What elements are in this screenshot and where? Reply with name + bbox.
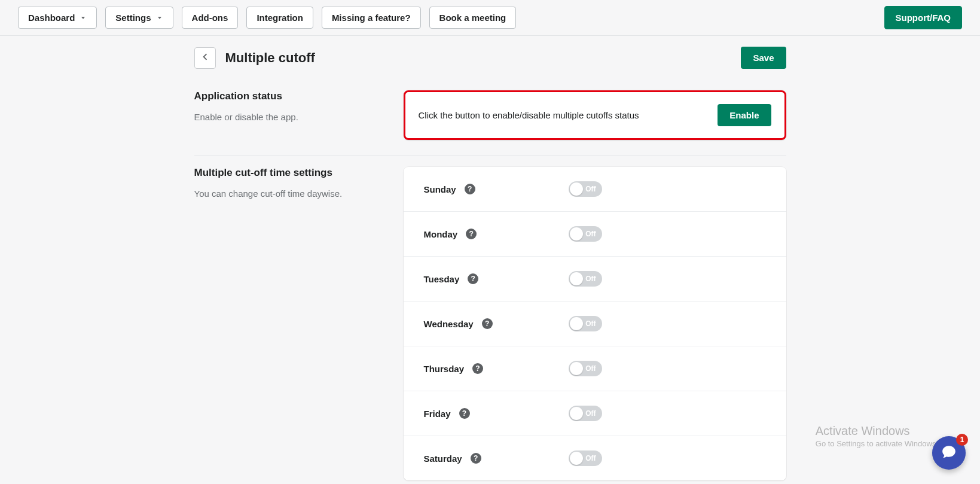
save-button[interactable]: Save (741, 47, 786, 69)
toggle-monday[interactable]: Off (569, 226, 602, 242)
nav-missing-feature[interactable]: Missing a feature? (322, 7, 421, 29)
windows-activation-watermark: Activate Windows Go to Settings to activ… (816, 424, 938, 448)
toggle-off-label: Off (585, 275, 596, 283)
back-button[interactable] (194, 47, 216, 69)
toggle-knob (570, 272, 583, 285)
section-application-status: Application status Enable or disable the… (194, 80, 786, 151)
help-icon[interactable]: ? (466, 229, 477, 239)
section-cutoff-settings: Multiple cut-off time settings You can c… (194, 156, 786, 484)
watermark-line2: Go to Settings to activate Windows. (816, 439, 938, 448)
day-row-friday: Friday ? Off (404, 391, 786, 436)
nav-settings[interactable]: Settings (105, 7, 173, 29)
arrow-left-icon (200, 51, 210, 64)
toggle-wednesday[interactable]: Off (569, 316, 602, 331)
day-row-monday: Monday ? Off (404, 212, 786, 257)
day-row-saturday: Saturday ? Off (404, 436, 786, 480)
day-label: Wednesday (424, 319, 474, 329)
help-icon[interactable]: ? (472, 363, 483, 374)
day-label: Friday (424, 409, 451, 419)
day-label: Tuesday (424, 274, 460, 284)
nav-settings-label: Settings (115, 13, 151, 23)
toggle-off-label: Off (585, 364, 596, 373)
cutoff-heading: Multiple cut-off time settings (194, 167, 392, 179)
toggle-knob (570, 317, 583, 330)
help-icon[interactable]: ? (482, 318, 493, 329)
save-button-label: Save (753, 53, 774, 63)
status-heading: Application status (194, 90, 392, 102)
help-icon[interactable]: ? (465, 184, 475, 194)
toggle-knob (570, 227, 583, 241)
day-row-thursday: Thursday ? Off (404, 346, 786, 391)
nav-integration-label: Integration (257, 13, 303, 23)
nav-addons-label: Add-ons (192, 13, 228, 23)
toggle-thursday[interactable]: Off (569, 361, 602, 376)
toggle-knob (570, 407, 583, 420)
toggle-tuesday[interactable]: Off (569, 271, 602, 287)
toggle-knob (570, 362, 583, 375)
toggle-off-label: Off (585, 185, 596, 193)
enable-button-label: Enable (729, 110, 759, 120)
toggle-knob (570, 182, 583, 196)
nav-book-meeting[interactable]: Book a meeting (429, 7, 517, 29)
status-text: Click the button to enable/disable multi… (419, 110, 709, 120)
nav-addons[interactable]: Add-ons (182, 7, 239, 29)
chat-badge: 1 (956, 434, 968, 446)
day-row-sunday: Sunday ? Off (404, 167, 786, 212)
nav-dashboard-label: Dashboard (28, 13, 75, 23)
toggle-saturday[interactable]: Off (569, 450, 602, 466)
day-label: Monday (424, 229, 458, 239)
day-label: Saturday (424, 453, 462, 464)
toggle-knob (570, 452, 583, 465)
day-label: Sunday (424, 184, 456, 194)
toggle-off-label: Off (585, 409, 596, 418)
chat-icon (941, 444, 957, 462)
top-nav: Dashboard Settings Add-ons Integration M… (0, 0, 980, 36)
support-faq-button[interactable]: Support/FAQ (884, 6, 963, 29)
nav-missing-label: Missing a feature? (332, 13, 411, 23)
toggle-off-label: Off (585, 319, 596, 328)
page-title: Multiple cutoff (225, 50, 732, 66)
nav-dashboard[interactable]: Dashboard (18, 7, 97, 29)
toggle-friday[interactable]: Off (569, 406, 602, 421)
toggle-off-label: Off (585, 454, 596, 462)
help-icon[interactable]: ? (468, 273, 478, 284)
nav-integration[interactable]: Integration (246, 7, 313, 29)
day-row-tuesday: Tuesday ? Off (404, 257, 786, 302)
support-faq-label: Support/FAQ (896, 13, 951, 23)
chat-widget[interactable]: 1 (932, 436, 966, 470)
status-card: Click the button to enable/disable multi… (404, 90, 786, 140)
cutoff-desc: You can change cut-off time daywise. (194, 187, 392, 201)
toggle-sunday[interactable]: Off (569, 181, 602, 197)
day-row-wednesday: Wednesday ? Off (404, 302, 786, 346)
page-header: Multiple cutoff Save (194, 47, 786, 80)
help-icon[interactable]: ? (459, 408, 470, 419)
chevron-down-icon (80, 14, 87, 22)
day-label: Thursday (424, 364, 465, 374)
watermark-line1: Activate Windows (816, 424, 938, 438)
toggle-off-label: Off (585, 230, 596, 238)
help-icon[interactable]: ? (471, 453, 481, 464)
chevron-down-icon (156, 14, 163, 22)
nav-book-label: Book a meeting (439, 13, 506, 23)
enable-button[interactable]: Enable (718, 104, 771, 126)
status-desc: Enable or disable the app. (194, 111, 392, 124)
cutoff-days-card: Sunday ? Off Monday ? (404, 167, 786, 480)
